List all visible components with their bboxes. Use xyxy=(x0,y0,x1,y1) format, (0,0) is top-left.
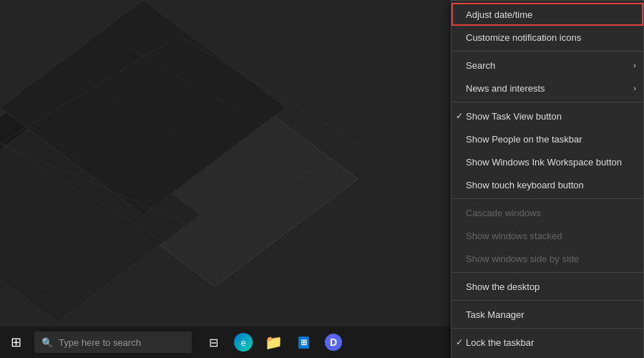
menu-item-label: Adjust date/time xyxy=(466,9,532,20)
menu-separator xyxy=(452,300,643,301)
menu-item-label: Show windows stacked xyxy=(466,231,562,241)
discord-icon: D xyxy=(325,334,342,351)
menu-item-adjust-datetime[interactable]: Adjust date/time xyxy=(452,3,643,26)
search-icon: 🔍 xyxy=(42,337,53,348)
edge-icon: e xyxy=(234,333,253,352)
edge-button[interactable]: e xyxy=(229,326,258,358)
menu-item-label: Lock the taskbar xyxy=(466,337,534,348)
submenu-arrow-icon: › xyxy=(633,84,636,92)
task-view-icon: ⊟ xyxy=(209,336,218,349)
menu-separator xyxy=(452,272,643,273)
menu-item-show-stacked: Show windows stacked xyxy=(452,224,643,247)
windows-icon: ⊞ xyxy=(11,334,21,350)
menu-item-show-desktop[interactable]: Show the desktop xyxy=(452,275,643,298)
menu-separator xyxy=(452,51,643,52)
checkmark-icon: ✓ xyxy=(456,111,463,121)
menu-item-label: Show Task View button xyxy=(466,111,562,122)
menu-separator xyxy=(452,328,643,329)
desktop: Adjust date/timeCustomize notification i… xyxy=(0,0,644,358)
search-placeholder-text: Type here to search xyxy=(59,337,141,348)
submenu-arrow-icon: › xyxy=(633,61,636,69)
menu-item-label: News and interests xyxy=(466,83,545,94)
menu-item-show-people[interactable]: Show People on the taskbar xyxy=(452,127,643,150)
menu-item-label: Show windows side by side xyxy=(466,253,579,264)
menu-item-customize-notification[interactable]: Customize notification icons xyxy=(452,26,643,49)
menu-item-taskbar-settings[interactable]: ⚙Taskbar settings xyxy=(452,354,643,358)
store-icon: ⊞ xyxy=(298,337,309,349)
checkmark-icon: ✓ xyxy=(456,337,463,347)
folder-icon: 📁 xyxy=(265,334,283,351)
menu-item-show-touch-keyboard[interactable]: Show touch keyboard button xyxy=(452,173,643,196)
taskbar-app-icons: ⊟ e 📁 ⊞ D xyxy=(199,326,348,358)
menu-item-show-ink-workspace[interactable]: Show Windows Ink Workspace button xyxy=(452,150,643,173)
menu-item-label: Show touch keyboard button xyxy=(466,180,584,190)
context-menu: Adjust date/timeCustomize notification i… xyxy=(451,0,644,358)
store-button[interactable]: ⊞ xyxy=(289,326,318,358)
explorer-button[interactable]: 📁 xyxy=(259,326,288,358)
menu-separator xyxy=(452,198,643,199)
menu-item-news-interests[interactable]: News and interests› xyxy=(452,77,643,100)
menu-item-search[interactable]: Search› xyxy=(452,54,643,77)
menu-item-label: Customize notification icons xyxy=(466,32,581,43)
discord-button[interactable]: D xyxy=(319,326,348,358)
menu-item-label: Show Windows Ink Workspace button xyxy=(466,157,622,168)
menu-item-show-task-view[interactable]: ✓Show Task View button xyxy=(452,105,643,127)
menu-item-label: Task Manager xyxy=(466,309,525,320)
menu-item-label: Search xyxy=(466,60,495,71)
menu-separator xyxy=(452,102,643,102)
menu-item-label: Show People on the taskbar xyxy=(466,134,582,145)
menu-item-label: Show the desktop xyxy=(466,281,540,292)
task-view-button[interactable]: ⊟ xyxy=(199,326,228,358)
menu-item-cascade-windows: Cascade windows xyxy=(452,201,643,224)
menu-item-task-manager[interactable]: Task Manager xyxy=(452,303,643,326)
menu-item-lock-taskbar[interactable]: ✓Lock the taskbar xyxy=(452,331,643,354)
menu-item-label: Cascade windows xyxy=(466,208,541,218)
search-bar[interactable]: 🔍 Type here to search xyxy=(34,332,192,353)
menu-item-show-side-by-side: Show windows side by side xyxy=(452,247,643,270)
start-button[interactable]: ⊞ xyxy=(0,326,31,358)
